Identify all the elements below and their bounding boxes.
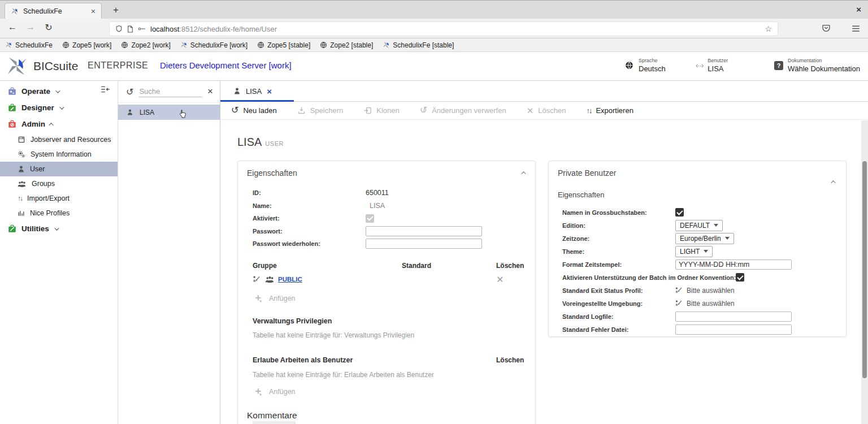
- name-value: LISA: [366, 202, 385, 210]
- field-row-errorfile: Standard Fehler Datei:: [558, 323, 837, 336]
- search-input[interactable]: [139, 86, 202, 97]
- save-button[interactable]: Speichern: [297, 106, 344, 115]
- scrollbar-thumb[interactable]: [862, 161, 867, 378]
- edition-dropdown[interactable]: DEFAULT: [675, 220, 723, 231]
- group-row-public: PUBLIC ✕: [247, 272, 526, 287]
- server-name-link[interactable]: Dieters Development Server [work]: [160, 60, 292, 70]
- new-tab-button[interactable]: +: [108, 3, 123, 17]
- browser-tab[interactable]: SchedulixFe ×: [5, 3, 102, 19]
- field-row-theme: Theme: LIGHT: [558, 245, 837, 258]
- discard-changes-button[interactable]: ↺×Änderungen verwerfen: [420, 105, 506, 116]
- timezone-dropdown[interactable]: Europe/Berlin: [675, 233, 734, 244]
- vertical-scrollbar[interactable]: [861, 120, 868, 424]
- tab-close-icon[interactable]: ×: [267, 86, 272, 96]
- document-tab-bar: LISA ×: [220, 81, 868, 102]
- user-info[interactable]: ‹··› BenutzerLISA: [696, 58, 728, 73]
- sidebar-item-operate[interactable]: Operate: [0, 83, 118, 99]
- sidebar-collapse-icon[interactable]: [101, 85, 110, 93]
- active-checkbox[interactable]: [366, 214, 374, 223]
- browser-tab-title: SchedulixFe: [23, 7, 62, 15]
- group-public-link[interactable]: PUBLIC: [278, 276, 302, 283]
- sidebar-item-import-export[interactable]: ↑↓ Import/Export: [0, 191, 118, 206]
- bookmark-item[interactable]: Zope2 [stable]: [320, 41, 373, 49]
- clone-button[interactable]: Klonen: [363, 106, 399, 115]
- menu-hamburger-icon[interactable]: [852, 25, 860, 32]
- page-info-icon[interactable]: [127, 25, 133, 33]
- add-work-as-button[interactable]: Anfügen: [247, 388, 526, 396]
- reload-entity-button[interactable]: ↺Neu laden: [231, 105, 277, 116]
- sidebar-item-system-information[interactable]: System Information: [0, 147, 118, 162]
- chevron-down-icon: [55, 88, 60, 93]
- card-header: Private Benutzer: [558, 168, 837, 178]
- tab-lisa[interactable]: LISA ×: [228, 81, 277, 101]
- sidebar-item-utilities[interactable]: Utilities: [0, 220, 118, 237]
- url-text[interactable]: localhost:8512/schedulix-fe/home/User: [150, 25, 760, 33]
- theme-dropdown[interactable]: LIGHT: [675, 246, 713, 257]
- sidebar-item-nice-profiles[interactable]: Nice Profiles: [0, 206, 118, 220]
- clone-icon: [363, 106, 372, 115]
- sidebar-item-designer[interactable]: Designer: [0, 99, 118, 116]
- content-scroll-area[interactable]: LISAUSER Eigenschaften ID: 650011 Name: …: [220, 120, 861, 424]
- search-row: ↺ ×: [118, 81, 220, 103]
- code-brackets-icon: ‹··›: [696, 61, 703, 70]
- pocket-icon[interactable]: [822, 24, 831, 33]
- sidebar-item-admin[interactable]: Admin: [0, 116, 118, 132]
- field-row-batch-convention: Aktivieren Unterstützung der Batch im Or…: [558, 271, 837, 284]
- collapse-card-icon[interactable]: [831, 180, 835, 185]
- batch-convention-checkbox[interactable]: [736, 273, 744, 282]
- search-result-lisa[interactable]: LISA: [118, 105, 220, 120]
- bookmark-item[interactable]: SchedulixFe [work]: [180, 41, 248, 49]
- work-as-header: Erlaube Arbeiten als Benutzer Löschen: [247, 354, 526, 366]
- add-group-button[interactable]: Anfügen: [247, 295, 526, 302]
- forward-button[interactable]: →: [24, 22, 37, 32]
- reload-button[interactable]: ↻: [42, 22, 55, 33]
- back-button[interactable]: ←: [6, 22, 19, 32]
- language-selector[interactable]: SpracheDeutsch: [624, 58, 666, 73]
- comments-widget-stub: [253, 421, 296, 424]
- bookmark-item[interactable]: SchedulixFe: [5, 41, 53, 49]
- tab-close-icon[interactable]: ×: [91, 7, 96, 16]
- password-repeat-input[interactable]: [366, 239, 482, 249]
- bookmark-item[interactable]: Zope5 [work]: [62, 41, 111, 49]
- exit-profile-chooser[interactable]: Bitte auswählen: [675, 287, 735, 295]
- delete-button[interactable]: ✕Löschen: [527, 106, 566, 116]
- bookmark-star-icon[interactable]: ☆: [765, 24, 772, 33]
- url-bar[interactable]: localhost:8512/schedulix-fe/home/User ☆: [109, 21, 778, 36]
- password-input[interactable]: [366, 226, 482, 236]
- bookmarks-bar: SchedulixFe Zope5 [work] Zope2 [work] Sc…: [0, 38, 868, 52]
- bookmark-item[interactable]: SchedulixFe [stable]: [383, 41, 454, 49]
- chooser-icon[interactable]: [253, 275, 261, 283]
- documentation-selector[interactable]: ? DokumentationWähle Dokumentation: [774, 58, 860, 73]
- remove-group-icon[interactable]: ✕: [496, 275, 504, 284]
- add-plus-icon: [255, 295, 263, 302]
- groups-icon: [265, 276, 275, 283]
- uppercase-checkbox[interactable]: [675, 208, 684, 217]
- field-row-logfile: Standard Logfile:: [558, 310, 837, 323]
- shield-icon[interactable]: [115, 25, 123, 33]
- bookmark-item[interactable]: Zope5 [stable]: [257, 41, 310, 49]
- connection-icon[interactable]: [138, 26, 146, 32]
- url-path: :8512/schedulix-fe/home/User: [179, 25, 277, 33]
- timestamp-format-input[interactable]: [675, 259, 792, 270]
- logfile-input[interactable]: [675, 311, 792, 322]
- documentation-value: Wähle Dokumentation: [788, 64, 860, 73]
- bookmark-item[interactable]: Zope2 [work]: [121, 41, 170, 49]
- designer-module-icon: [8, 103, 16, 112]
- card-header: Eigenschaften: [247, 168, 297, 178]
- toolbar: ↺Neu laden Speichern Klonen ↺×Änderungen…: [220, 102, 868, 120]
- collapse-card-icon[interactable]: [521, 171, 526, 176]
- group-table-header: Gruppe Standard Löschen: [247, 259, 526, 272]
- refresh-icon[interactable]: ↺: [126, 86, 133, 97]
- export-button[interactable]: ↑↓Exportieren: [586, 106, 633, 115]
- errorfile-input[interactable]: [675, 325, 792, 335]
- reload-icon: ↺: [231, 105, 238, 115]
- admin-privileges-empty: Tabelle hat keine Einträge für: Verwaltu…: [247, 331, 526, 339]
- export-icon: ↑↓: [586, 106, 591, 115]
- window-close-button[interactable]: ×: [856, 5, 861, 14]
- clear-search-icon[interactable]: ×: [207, 86, 213, 97]
- environment-chooser[interactable]: Bitte auswählen: [675, 300, 735, 308]
- sidebar-item-groups[interactable]: Groups: [0, 176, 118, 191]
- main-area: LISA × ↺Neu laden Speichern Klonen ↺×Änd…: [220, 81, 868, 424]
- sidebar-item-user[interactable]: User: [0, 162, 118, 176]
- sidebar-item-jobserver[interactable]: Jobserver and Resources: [0, 132, 118, 147]
